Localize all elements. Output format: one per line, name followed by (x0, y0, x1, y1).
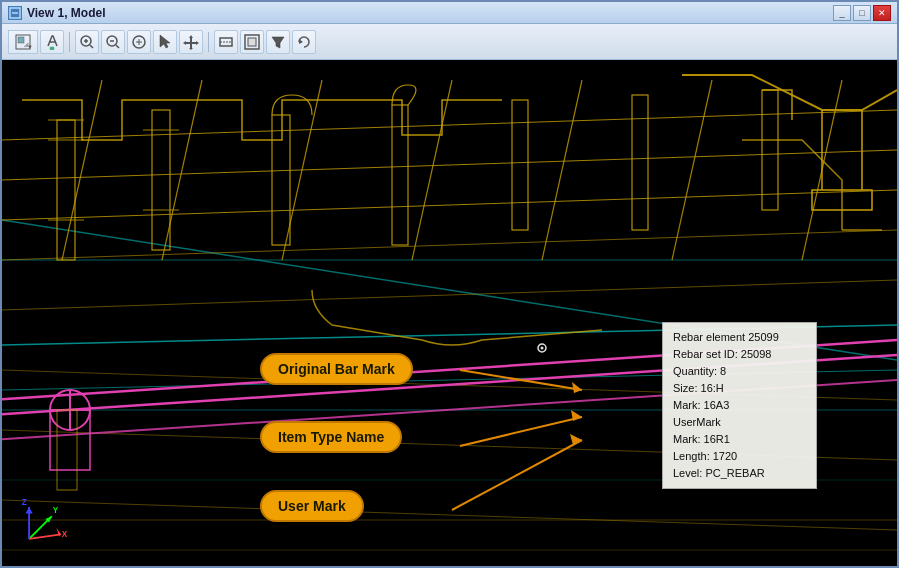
svg-rect-6 (50, 47, 54, 50)
svg-text:X: X (62, 530, 68, 539)
tooltip-line-1: Rebar element 25099 (673, 329, 806, 346)
tooltip-line-2: Rebar set ID: 25098 (673, 346, 806, 363)
title-bar: View 1, Model _ □ ✕ (2, 2, 897, 24)
tooltip-line-8: Length: 1720 (673, 448, 806, 465)
close-button[interactable]: ✕ (873, 5, 891, 21)
tooltip-line-7: Mark: 16R1 (673, 431, 806, 448)
svg-marker-23 (299, 39, 303, 44)
tooltip-panel: Rebar element 25099 Rebar set ID: 25098 … (662, 322, 817, 489)
svg-text:▼: ▼ (27, 44, 32, 50)
separator-2 (208, 32, 209, 52)
zoom-out-button[interactable] (101, 30, 125, 54)
tooltip-line-4: Size: 16:H (673, 380, 806, 397)
svg-text:Z: Z (22, 498, 27, 507)
section-button[interactable] (214, 30, 238, 54)
svg-rect-3 (18, 37, 24, 43)
view-dropdown[interactable]: ▼ (8, 30, 38, 54)
fit-button[interactable] (127, 30, 151, 54)
ucs-icon: Y X Z (20, 498, 70, 548)
pan-button[interactable] (179, 30, 203, 54)
svg-marker-84 (25, 507, 32, 513)
minimize-button[interactable]: _ (833, 5, 851, 21)
svg-line-12 (116, 45, 119, 48)
window-controls: _ □ ✕ (833, 5, 891, 21)
rotate-button[interactable] (292, 30, 316, 54)
annotation-item-type-name: Item Type Name (260, 421, 402, 453)
paint-button[interactable] (40, 30, 64, 54)
app-icon (8, 6, 22, 20)
svg-line-8 (90, 45, 93, 48)
main-window: View 1, Model _ □ ✕ ▼ (0, 0, 899, 568)
clip-button[interactable] (240, 30, 264, 54)
separator-1 (69, 32, 70, 52)
svg-rect-21 (248, 38, 256, 46)
svg-marker-17 (160, 35, 170, 48)
window-title: View 1, Model (27, 6, 833, 20)
annotation-user-mark: User Mark (260, 490, 364, 522)
tooltip-line-5: Mark: 16A3 (673, 397, 806, 414)
scene-svg (2, 60, 897, 566)
svg-marker-22 (272, 37, 284, 48)
svg-point-67 (541, 347, 544, 350)
tooltip-line-3: Quantity: 8 (673, 363, 806, 380)
svg-text:Y: Y (53, 506, 59, 515)
zoom-in-button[interactable] (75, 30, 99, 54)
viewport[interactable]: Rebar element 25099 Rebar set ID: 25098 … (2, 60, 897, 566)
maximize-button[interactable]: □ (853, 5, 871, 21)
annotation-original-bar-mark: Original Bar Mark (260, 353, 413, 385)
tooltip-line-9: Level: PC_REBAR (673, 465, 806, 482)
toolbar: ▼ (2, 24, 897, 60)
filter-button[interactable] (266, 30, 290, 54)
tooltip-line-6: UserMark (673, 414, 806, 431)
select-button[interactable] (153, 30, 177, 54)
